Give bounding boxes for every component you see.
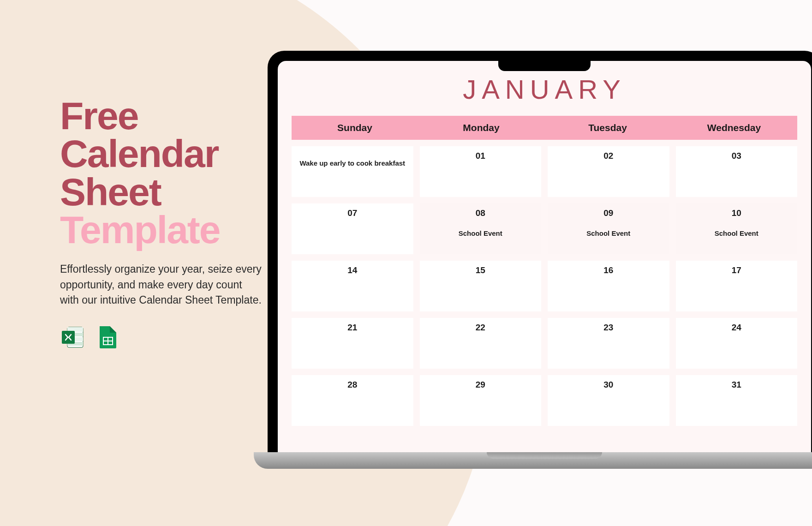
day-number: 23: [603, 323, 613, 333]
day-number: 15: [476, 265, 485, 275]
day-number: 21: [347, 323, 357, 333]
day-number: 08: [476, 208, 485, 218]
day-number: 29: [476, 380, 485, 390]
promo-description: Effortlessly organize your year, seize e…: [60, 262, 263, 308]
day-cell: 01: [420, 146, 542, 197]
weekday-wednesday: Wednesday: [671, 116, 797, 140]
day-cell: 28: [292, 375, 413, 426]
format-icons-row: [60, 324, 263, 350]
day-event: School Event: [715, 229, 758, 237]
day-number: 22: [476, 323, 485, 333]
week-row: 0708School Event09School Event10School E…: [292, 203, 797, 254]
day-cell: 08School Event: [420, 203, 542, 254]
day-number: 17: [732, 265, 741, 275]
weekday-monday: Monday: [418, 116, 544, 140]
day-event: School Event: [459, 229, 502, 237]
laptop-notch: [498, 61, 591, 71]
day-cell: 02: [548, 146, 669, 197]
day-cell: 09School Event: [548, 203, 669, 254]
day-cell: 24: [676, 318, 798, 369]
day-event: School Event: [586, 229, 630, 237]
day-number: 28: [347, 380, 357, 390]
day-number: 09: [603, 208, 613, 218]
day-cell: 21: [292, 318, 413, 369]
day-number: 31: [732, 380, 741, 390]
month-title: JANUARY: [278, 74, 811, 105]
day-number: 16: [603, 265, 613, 275]
week-row: 21222324: [292, 318, 797, 369]
day-number: 14: [347, 265, 357, 275]
week-row: Wake up early to cook breakfast010203: [292, 146, 797, 197]
excel-icon: [60, 324, 86, 350]
day-cell: Wake up early to cook breakfast: [292, 146, 413, 197]
title-line-3: Sheet: [60, 173, 263, 211]
day-cell: 14: [292, 261, 413, 311]
laptop-screen-bezel: JANUARY Sunday Monday Tuesday Wednesday …: [268, 51, 812, 452]
promo-panel: Free Calendar Sheet Template Effortlessl…: [60, 97, 263, 350]
day-cell: 31: [676, 375, 798, 426]
google-sheets-icon: [94, 324, 120, 350]
promo-title: Free Calendar Sheet Template: [60, 97, 263, 249]
day-number: 01: [476, 151, 485, 161]
day-cell: 16: [548, 261, 669, 311]
day-cell: 15: [420, 261, 542, 311]
day-cell: 07: [292, 203, 413, 254]
day-number: 07: [347, 208, 357, 218]
week-row: 14151617: [292, 261, 797, 311]
day-cell: 23: [548, 318, 669, 369]
day-cell: 22: [420, 318, 542, 369]
day-number: 30: [603, 380, 613, 390]
title-line-2: Calendar: [60, 135, 263, 173]
day-number: 03: [732, 151, 741, 161]
day-cell: 29: [420, 375, 542, 426]
day-event: Wake up early to cook breakfast: [299, 159, 405, 167]
day-number: 10: [732, 208, 741, 218]
day-number: 24: [732, 323, 741, 333]
day-number: 02: [603, 151, 613, 161]
laptop-base: [254, 452, 812, 469]
calendar-screen: JANUARY Sunday Monday Tuesday Wednesday …: [278, 61, 811, 452]
weekday-header-row: Sunday Monday Tuesday Wednesday: [292, 116, 797, 140]
day-cell: 10School Event: [676, 203, 798, 254]
laptop-mockup: JANUARY Sunday Monday Tuesday Wednesday …: [268, 51, 812, 469]
weekday-sunday: Sunday: [292, 116, 418, 140]
title-line-4: Template: [60, 211, 263, 249]
calendar-grid: Wake up early to cook breakfast010203070…: [278, 140, 811, 426]
title-line-1: Free: [60, 97, 263, 135]
weekday-tuesday: Tuesday: [544, 116, 671, 140]
day-cell: 03: [676, 146, 798, 197]
week-row: 28293031: [292, 375, 797, 426]
day-cell: 30: [548, 375, 669, 426]
day-cell: 17: [676, 261, 798, 311]
